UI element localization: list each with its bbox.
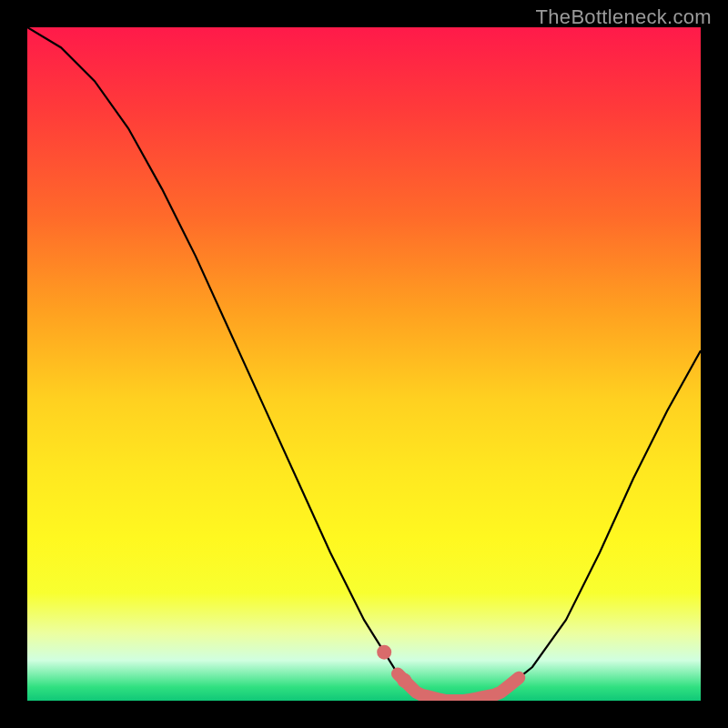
- bottleneck-curve-svg: [27, 27, 701, 701]
- chart-plot-area: [27, 27, 701, 701]
- watermark-text: TheBottleneck.com: [536, 5, 712, 29]
- highlight-segment: [398, 673, 519, 701]
- highlight-dot-1: [377, 645, 391, 660]
- bottleneck-curve-path: [27, 27, 701, 701]
- highlight-dot-2: [397, 673, 411, 688]
